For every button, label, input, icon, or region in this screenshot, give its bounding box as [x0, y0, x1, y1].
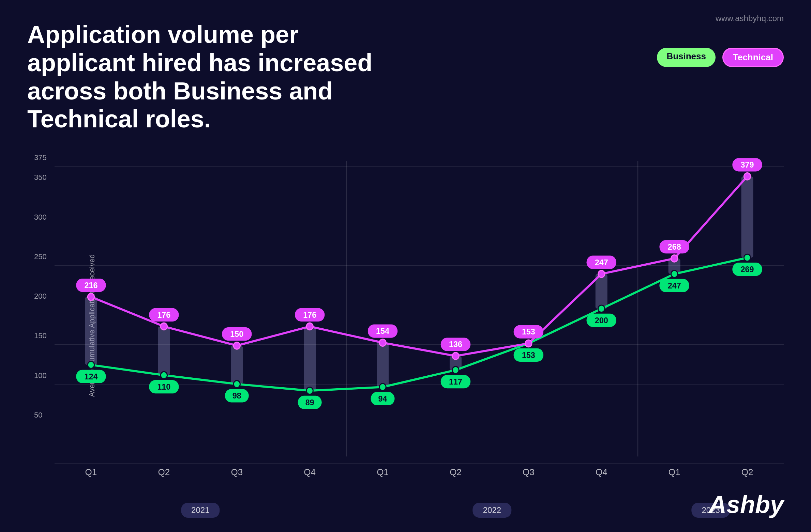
y-axis-tick-label: 100 [34, 371, 47, 380]
chart-area: Average Cumulative Applications Received… [27, 147, 784, 504]
svg-text:117: 117 [449, 377, 462, 386]
svg-text:124: 124 [84, 372, 98, 381]
quarter-label: Q1 [638, 467, 711, 478]
svg-point-60 [525, 340, 532, 347]
svg-text:136: 136 [449, 340, 462, 349]
svg-text:379: 379 [741, 160, 754, 170]
svg-point-39 [744, 254, 750, 261]
y-axis-tick-label: 250 [34, 252, 47, 261]
svg-text:247: 247 [595, 257, 608, 267]
year-label: 2022 [473, 503, 511, 518]
quarter-label: Q2 [127, 467, 200, 478]
y-axis-tick-label: 350 [34, 173, 47, 182]
svg-text:154: 154 [376, 326, 390, 336]
svg-text:216: 216 [84, 280, 97, 290]
svg-point-69 [744, 173, 750, 180]
y-axis-tick-label: 150 [34, 331, 47, 340]
main-title: Application volume per applicant hired h… [27, 20, 402, 133]
x-axis-area: Q1Q2Q3Q4Q1Q2Q3Q4Q1Q2 202120222023 [55, 464, 784, 504]
website-url: www.ashbyhq.com [716, 14, 784, 23]
svg-rect-2 [85, 297, 97, 365]
legend-technical: Technical [722, 48, 784, 67]
svg-text:176: 176 [157, 310, 170, 319]
quarter-label: Q3 [200, 467, 273, 478]
legend-area: Business Technical [657, 48, 784, 67]
chart-inner: 50100150200250300350375 1241109889941171… [55, 147, 784, 464]
title-section: Application volume per applicant hired h… [27, 20, 402, 133]
svg-rect-4 [231, 346, 243, 384]
y-axis-tick-label: 375 [34, 153, 47, 162]
svg-point-51 [306, 323, 313, 330]
svg-text:200: 200 [595, 315, 608, 325]
svg-point-15 [161, 372, 167, 379]
quarter-label: Q1 [55, 467, 127, 478]
quarter-label: Q1 [346, 467, 419, 478]
svg-text:176: 176 [303, 310, 316, 319]
svg-text:153: 153 [522, 327, 535, 337]
svg-point-63 [598, 270, 605, 278]
svg-point-66 [671, 255, 677, 262]
y-axis-tick-label: 300 [34, 213, 47, 222]
svg-point-27 [452, 366, 459, 374]
ashby-logo: Ashby [709, 490, 784, 518]
quarter-label: Q3 [492, 467, 565, 478]
chart-svg: 1241109889941171532002472692161761501761… [55, 147, 784, 464]
svg-point-12 [88, 361, 94, 369]
svg-rect-6 [377, 343, 389, 387]
svg-point-18 [234, 381, 240, 388]
y-axis-tick-label: 200 [34, 292, 47, 301]
svg-point-24 [379, 384, 386, 391]
year-label: 2021 [181, 503, 220, 518]
quarter-label: Q4 [273, 467, 346, 478]
svg-point-42 [88, 293, 94, 300]
svg-point-45 [161, 323, 167, 330]
svg-point-33 [598, 305, 605, 312]
svg-text:268: 268 [668, 242, 681, 251]
svg-text:153: 153 [522, 350, 535, 360]
svg-point-57 [452, 353, 459, 360]
svg-text:98: 98 [232, 391, 241, 401]
svg-text:110: 110 [157, 382, 170, 392]
svg-rect-3 [158, 327, 170, 375]
svg-text:247: 247 [668, 281, 681, 290]
svg-point-48 [234, 342, 240, 349]
svg-point-36 [671, 270, 677, 278]
page-container: www.ashbyhq.com Application volume per a… [0, 0, 811, 532]
quarter-labels: Q1Q2Q3Q4Q1Q2Q3Q4Q1Q2 [55, 467, 784, 478]
svg-point-54 [379, 339, 386, 346]
quarter-label: Q4 [565, 467, 638, 478]
legend-business: Business [657, 48, 716, 67]
svg-text:150: 150 [230, 329, 243, 339]
svg-point-21 [306, 387, 313, 394]
svg-rect-11 [741, 176, 753, 258]
quarter-label: Q2 [711, 467, 784, 478]
svg-text:89: 89 [305, 397, 314, 407]
svg-text:94: 94 [378, 394, 388, 403]
y-axis-tick-label: 50 [34, 411, 42, 420]
quarter-label: Q2 [419, 467, 492, 478]
svg-rect-5 [304, 327, 316, 391]
svg-text:269: 269 [741, 264, 754, 274]
